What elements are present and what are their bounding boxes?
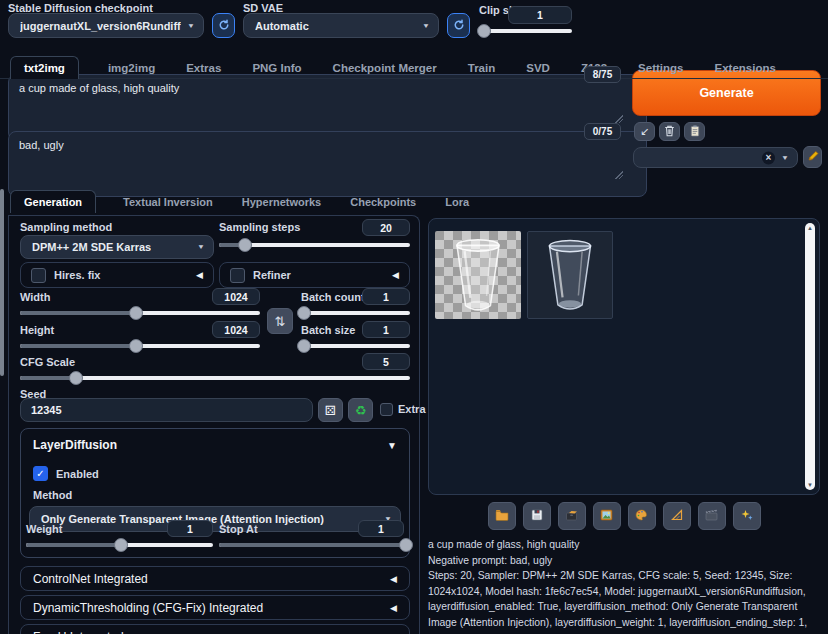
width-slider[interactable] [20, 311, 260, 315]
generated-image-thumbnail-dark[interactable] [527, 231, 613, 319]
sparkles-button[interactable] [733, 502, 761, 530]
settings-tab-bar: Generation Textual Inversion Hypernetwor… [10, 190, 471, 213]
refiner-checkbox[interactable] [230, 268, 245, 283]
tab-checkpoint-merger[interactable]: Checkpoint Merger [331, 57, 439, 79]
batch-count-slider[interactable] [301, 311, 410, 315]
tab-extras[interactable]: Extras [184, 57, 223, 79]
open-folder-button[interactable] [488, 502, 516, 530]
main-tab-bar: txt2img img2img Extras PNG Info Checkpoi… [0, 50, 828, 79]
layerdiffusion-enabled-checkbox[interactable]: ✓ [33, 466, 48, 481]
arrow-down-left-icon: ↙ [640, 125, 649, 138]
cfg-scale-value[interactable]: 5 [362, 353, 410, 370]
tab-lora[interactable]: Lora [443, 191, 471, 213]
send-to-inpaint-button[interactable] [628, 502, 656, 530]
glass-cup-image [528, 232, 612, 318]
resize-handle[interactable] [615, 171, 623, 179]
sampling-steps-value[interactable]: 20 [362, 219, 410, 236]
method-dropdown[interactable]: Only Generate Transparent Image (Attenti… [29, 506, 401, 532]
tab-train[interactable]: Train [466, 57, 497, 79]
chevron-down-icon: ▼ [422, 22, 430, 29]
tab-extensions[interactable]: Extensions [712, 57, 777, 79]
hires-fix-checkbox[interactable] [31, 268, 46, 283]
paste-generation-params-button[interactable]: ↙ [634, 122, 655, 141]
batch-count-value[interactable]: 1 [362, 288, 410, 305]
info-negative-prompt: Negative prompt: bad, ugly [428, 553, 820, 569]
sampling-method-label: Sampling method [20, 221, 112, 233]
chevron-down-icon: ▼ [187, 22, 195, 29]
dynamic-thresholding-accordion[interactable]: DynamicThresholding (CFG-Fix) Integrated… [20, 595, 410, 620]
edit-styles-button[interactable] [803, 146, 822, 168]
gallery-scrollbar[interactable]: ▲ ▼ [805, 223, 815, 490]
collapse-left-icon[interactable]: ◀ [392, 270, 399, 280]
clear-styles-icon[interactable]: × [762, 151, 775, 164]
resize-handle[interactable] [615, 115, 623, 123]
generated-image-thumbnail-transparent[interactable] [435, 231, 521, 319]
tab-png-info[interactable]: PNG Info [250, 57, 303, 79]
tab-checkpoints[interactable]: Checkpoints [348, 191, 418, 213]
refresh-checkpoint-button[interactable] [212, 13, 235, 38]
controlnet-accordion[interactable]: ControlNet Integrated ◀ [20, 566, 410, 591]
sampling-steps-slider[interactable] [219, 243, 410, 247]
freeu-accordion[interactable]: FreeU Integrated ◀ [20, 624, 410, 634]
refresh-vae-button[interactable] [447, 13, 470, 38]
sparkles-icon [741, 507, 753, 525]
refiner-label: Refiner [253, 269, 291, 281]
random-seed-button[interactable]: ⚄ [318, 398, 343, 422]
vae-dropdown[interactable]: Automatic ▼ [243, 13, 439, 38]
clear-prompt-button[interactable] [659, 122, 680, 141]
stop-at-value[interactable]: 1 [358, 520, 404, 537]
pencil-icon [807, 148, 819, 166]
controlnet-title: ControlNet Integrated [33, 572, 148, 586]
collapse-left-icon: ◀ [390, 603, 397, 613]
cfg-scale-slider[interactable] [20, 376, 410, 380]
layerdiffusion-header[interactable]: LayerDiffusion ▼ [21, 429, 409, 452]
hires-fix-section[interactable]: Hires. fix ◀ [20, 262, 214, 288]
scroll-up-icon[interactable]: ▲ [805, 223, 815, 233]
checkpoint-value: juggernautXL_version6Rundiffusion.safete… [20, 20, 181, 32]
weight-slider[interactable] [26, 543, 213, 547]
extra-seed-checkbox[interactable] [380, 403, 393, 416]
send-to-svd-button[interactable] [698, 502, 726, 530]
page-scrollbar[interactable] [0, 189, 4, 376]
tab-settings[interactable]: Settings [636, 57, 685, 79]
styles-dropdown[interactable]: × ▼ [633, 147, 798, 168]
clip-skip-value[interactable]: 1 [508, 6, 572, 24]
tab-img2img[interactable]: img2img [106, 57, 157, 79]
swap-icon: ⇅ [275, 314, 286, 329]
chevron-down-icon: ▼ [781, 154, 789, 161]
tab-svd[interactable]: SVD [524, 57, 552, 79]
checkpoint-dropdown[interactable]: juggernautXL_version6Rundiffusion.safete… [8, 13, 204, 38]
batch-size-value[interactable]: 1 [362, 321, 410, 338]
tab-txt2img[interactable]: txt2img [10, 56, 79, 79]
clip-skip-slider[interactable] [480, 29, 572, 33]
layerdiffusion-title: LayerDiffusion [33, 438, 117, 452]
collapse-down-icon: ▼ [387, 440, 397, 451]
method-label: Method [21, 481, 409, 501]
save-image-button[interactable] [523, 502, 551, 530]
apply-styles-button[interactable] [684, 122, 705, 141]
send-to-extras-button[interactable] [663, 502, 691, 530]
stop-at-slider[interactable] [219, 543, 405, 547]
collapse-left-icon[interactable]: ◀ [196, 270, 203, 280]
refiner-section[interactable]: Refiner ◀ [219, 262, 410, 288]
height-slider[interactable] [20, 344, 260, 348]
send-to-img2img-button[interactable] [593, 502, 621, 530]
save-zip-button[interactable] [558, 502, 586, 530]
trash-icon [664, 123, 675, 141]
seed-input[interactable] [20, 398, 313, 422]
swap-width-height-button[interactable]: ⇅ [267, 308, 293, 334]
tab-generation[interactable]: Generation [10, 190, 96, 213]
tab-textual-inversion[interactable]: Textual Inversion [121, 191, 215, 213]
height-label: Height [20, 324, 54, 336]
scroll-down-icon[interactable]: ▼ [805, 480, 815, 490]
tab-hypernetworks[interactable]: Hypernetworks [240, 191, 323, 213]
sampling-method-dropdown[interactable]: DPM++ 2M SDE Karras ▼ [20, 235, 214, 259]
batch-size-slider[interactable] [301, 344, 410, 348]
cfg-scale-label: CFG Scale [20, 356, 75, 368]
reuse-seed-button[interactable]: ♻ [348, 398, 373, 422]
negative-token-counter: 0/75 [584, 123, 621, 140]
negative-prompt-input[interactable]: bad, ugly [8, 131, 647, 197]
width-value[interactable]: 1024 [212, 288, 260, 305]
height-value[interactable]: 1024 [212, 321, 260, 338]
weight-value[interactable]: 1 [167, 520, 213, 537]
